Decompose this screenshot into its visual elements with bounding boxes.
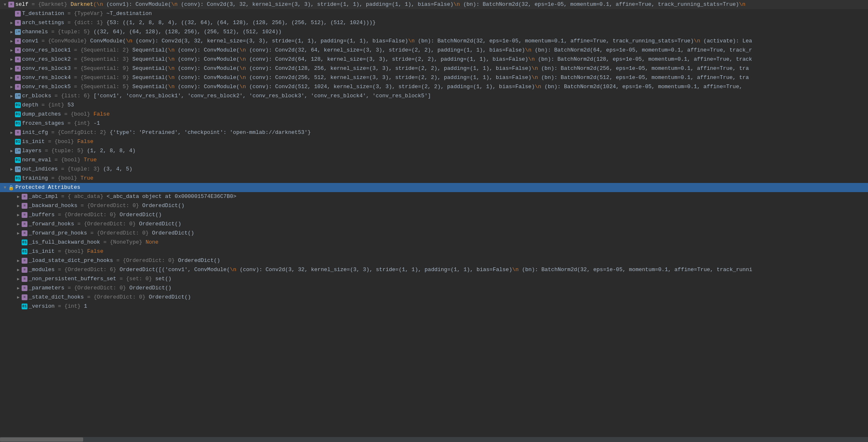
row-content: dump_patches = {bool} False <box>22 110 110 119</box>
tree-row[interactable]: 01_version = {int} 1 <box>0 302 868 311</box>
expand-btn[interactable] <box>8 93 15 99</box>
expand-btn[interactable] <box>15 212 22 218</box>
tree-row[interactable]: ≡_modules = {OrderedDict: 6} OrderedDict… <box>0 265 868 274</box>
lock-icon: 🔒 <box>8 185 14 190</box>
row-content: _buffers = {OrderedDict: 0} OrderedDict(… <box>29 210 162 220</box>
row-content: conv_res_block3 = {Sequential: 9} Sequen… <box>22 64 749 73</box>
row-content: channels = {tuple: 5} ((32, 64), (64, 12… <box>22 27 282 37</box>
row-content: conv_res_block1 = {Sequential: 2} Sequen… <box>22 46 752 55</box>
tree-row[interactable]: ≡_load_state_dict_pre_hooks = {OrderedDi… <box>0 256 868 265</box>
row-content: _is_init = {bool} False <box>29 247 103 256</box>
bool-icon: 01 <box>15 102 21 108</box>
row-content: Protected Attributes <box>15 183 80 192</box>
row-content: conv_res_block5 = {Sequential: 5} Sequen… <box>22 82 742 91</box>
dict-icon: ≡ <box>22 194 27 200</box>
row-content: training = {bool} True <box>22 174 94 183</box>
list-icon: := <box>15 29 21 35</box>
scrollbar-thumb[interactable] <box>0 437 83 442</box>
expand-btn[interactable] <box>2 184 8 191</box>
tree-row[interactable]: ≡_state_dict_hooks = {OrderedDict: 0} Or… <box>0 293 868 302</box>
tree-row[interactable]: ≡_buffers = {OrderedDict: 0} OrderedDict… <box>0 210 868 220</box>
row-content: norm_eval = {bool} True <box>22 156 96 165</box>
bool-icon: 01 <box>22 249 27 254</box>
row-content: cr_blocks = {list: 6} ['conv1', 'conv_re… <box>22 91 431 101</box>
expand-btn[interactable] <box>15 257 22 264</box>
expand-btn[interactable] <box>15 294 22 301</box>
expand-btn[interactable] <box>8 74 15 81</box>
bool-icon: 01 <box>15 139 21 145</box>
tree-row[interactable]: 01frozen_stages = {int} -1 <box>0 119 868 128</box>
tree-row[interactable]: ≡_forward_hooks = {OrderedDict: 0} Order… <box>0 220 868 229</box>
dict-icon: ≡ <box>22 285 27 291</box>
row-content: _is_full_backward_hook = {NoneType} None <box>29 238 158 247</box>
tree-row[interactable]: ≡_forward_pre_hooks = {OrderedDict: 0} O… <box>0 229 868 238</box>
row-content: self = {Darknet} Darknet(\n (conv1): Con… <box>15 0 745 9</box>
tree-row[interactable]: ≡conv_res_block4 = {Sequential: 9} Seque… <box>0 73 868 82</box>
tree-row[interactable]: :=layers = {tuple: 5} (1, 2, 8, 8, 4) <box>0 146 868 156</box>
expand-btn[interactable] <box>15 193 22 200</box>
row-content: _forward_hooks = {OrderedDict: 0} Ordere… <box>29 220 181 229</box>
expand-btn[interactable] <box>8 129 15 136</box>
tree-row[interactable]: ≡_backward_hooks = {OrderedDict: 0} Orde… <box>0 201 868 210</box>
tree-row[interactable]: 01_is_full_backward_hook = {NoneType} No… <box>0 238 868 247</box>
tree-row[interactable]: 🔒Protected Attributes <box>0 183 868 192</box>
expand-btn[interactable] <box>8 38 15 44</box>
tree-row[interactable]: 01norm_eval = {bool} True <box>0 156 868 165</box>
tree-row[interactable]: 01is_init = {bool} False <box>0 137 868 146</box>
tree-row[interactable]: :=channels = {tuple: 5} ((32, 64), (64, … <box>0 27 868 37</box>
expand-btn[interactable] <box>15 202 22 209</box>
dict-icon: ≡ <box>15 57 21 62</box>
bool-icon: 01 <box>15 175 21 181</box>
tree-row[interactable]: ≡_abc_impl = { abc_data} <_abc_data obje… <box>0 192 868 201</box>
dict-icon: ≡ <box>22 258 27 264</box>
tree-row[interactable]: 01training = {bool} True <box>0 174 868 183</box>
expand-btn[interactable] <box>15 267 22 273</box>
expand-btn[interactable] <box>8 84 15 90</box>
tree-row[interactable]: ≡conv_res_block2 = {Sequential: 3} Seque… <box>0 55 868 64</box>
tree-row[interactable]: :=cr_blocks = {list: 6} ['conv1', 'conv_… <box>0 91 868 101</box>
bool-icon: 01 <box>15 157 21 163</box>
tree-row[interactable]: ≡_non_persistent_buffers_set = {set: 0} … <box>0 274 868 284</box>
expand-btn[interactable] <box>15 230 22 237</box>
tree-row[interactable]: ≡conv_res_block1 = {Sequential: 2} Seque… <box>0 46 868 55</box>
expand-btn[interactable] <box>15 221 22 227</box>
expand-btn[interactable] <box>8 20 15 26</box>
tree-row[interactable]: ≡conv_res_block5 = {Sequential: 5} Seque… <box>0 82 868 91</box>
dict-icon: ≡ <box>15 84 21 90</box>
row-content: _load_state_dict_pre_hooks = {OrderedDic… <box>29 256 220 265</box>
expand-btn[interactable] <box>8 56 15 63</box>
tree-row[interactable]: ≡conv_res_block3 = {Sequential: 9} Seque… <box>0 64 868 73</box>
tree-row[interactable]: ≡_parameters = {OrderedDict: 0} OrderedD… <box>0 284 868 293</box>
dict-icon: ≡ <box>22 276 27 282</box>
horizontal-scrollbar[interactable] <box>0 437 868 442</box>
tree-row[interactable]: ≡T_destination = {TypeVar} ~T_destinatio… <box>0 9 868 18</box>
row-content: _state_dict_hooks = {OrderedDict: 0} Ord… <box>29 293 191 302</box>
row-content: layers = {tuple: 5} (1, 2, 8, 8, 4) <box>22 146 136 156</box>
bool-icon: 01 <box>15 111 21 117</box>
expand-btn[interactable] <box>8 148 15 154</box>
bool-icon: 01 <box>15 121 21 126</box>
tree-row[interactable]: 01depth = {int} 53 <box>0 101 868 110</box>
tree-row[interactable]: ≡conv1 = {ConvModule} ConvModule(\n (con… <box>0 37 868 46</box>
expand-btn[interactable] <box>8 47 15 54</box>
tree-row[interactable]: :=out_indices = {tuple: 3} (3, 4, 5) <box>0 165 868 174</box>
expand-btn[interactable] <box>15 276 22 282</box>
row-content: _non_persistent_buffers_set = {set: 0} s… <box>29 274 171 284</box>
dict-icon: ≡ <box>15 130 21 136</box>
row-content: _modules = {OrderedDict: 6} OrderedDict(… <box>29 265 752 274</box>
tree-row[interactable]: ≡init_cfg = {ConfigDict: 2} {'type': 'Pr… <box>0 128 868 137</box>
row-content: is_init = {bool} False <box>22 137 94 146</box>
expand-btn[interactable] <box>8 65 15 72</box>
dict-icon: ≡ <box>22 294 27 300</box>
row-content: out_indices = {tuple: 3} (3, 4, 5) <box>22 165 132 174</box>
tree-row[interactable]: 01dump_patches = {bool} False <box>0 110 868 119</box>
tree-row[interactable]: 01_is_init = {bool} False <box>0 247 868 256</box>
expand-btn[interactable] <box>15 285 22 291</box>
expand-btn[interactable] <box>8 29 15 35</box>
tree-container: ≡self = {Darknet} Darknet(\n (conv1): Co… <box>0 0 868 442</box>
row-content: _forward_pre_hooks = {OrderedDict: 0} Or… <box>29 229 194 238</box>
tree-row[interactable]: ≡arch_settings = {dict: 1} {53: ((1, 2, … <box>0 18 868 27</box>
tree-row[interactable]: ≡self = {Darknet} Darknet(\n (conv1): Co… <box>0 0 868 9</box>
expand-btn[interactable] <box>2 1 8 8</box>
expand-btn[interactable] <box>8 166 15 173</box>
